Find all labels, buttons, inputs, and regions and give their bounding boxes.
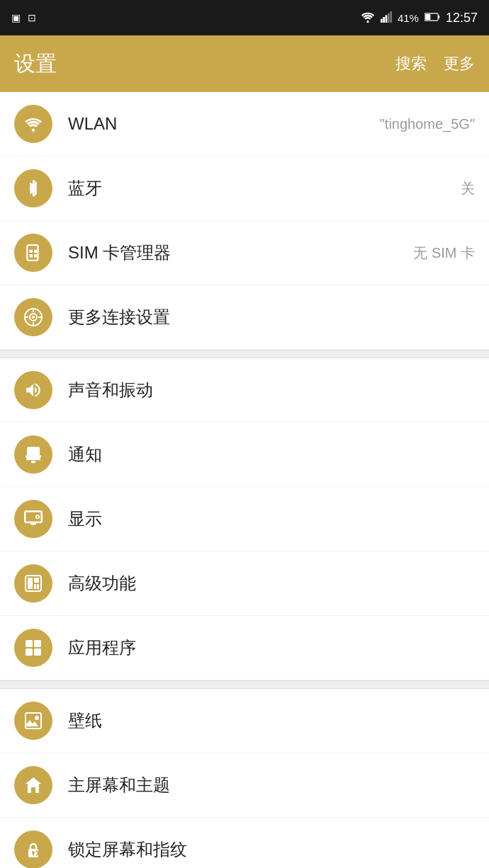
time-display: 12:57: [446, 11, 478, 25]
section-divider-2: [0, 680, 489, 689]
svg-rect-4: [388, 13, 390, 22]
bluetooth-icon: [14, 169, 52, 207]
svg-rect-39: [34, 578, 39, 583]
settings-item-homescreen[interactable]: 主屏幕和主题: [0, 753, 489, 818]
svg-rect-8: [438, 15, 439, 18]
lockscreen-icon: [14, 830, 52, 868]
advanced-label: 高级功能: [68, 572, 136, 595]
more-connections-icon: [14, 298, 52, 336]
svg-rect-43: [34, 640, 41, 647]
settings-item-display[interactable]: 显示: [0, 487, 489, 552]
svg-point-0: [366, 21, 369, 23]
svg-rect-7: [425, 13, 430, 19]
status-left-icons: ▣ ⊡: [11, 12, 36, 23]
svg-rect-2: [383, 17, 385, 23]
wlan-label: WLAN: [68, 114, 117, 134]
svg-rect-5: [390, 11, 392, 23]
svg-rect-19: [34, 254, 37, 257]
settings-item-wallpaper[interactable]: 壁纸: [0, 689, 489, 753]
signal-icon: [381, 11, 392, 25]
svg-point-36: [37, 516, 39, 518]
settings-item-notifications[interactable]: 通知: [0, 423, 489, 487]
settings-item-sound[interactable]: 声音和振动: [0, 358, 489, 423]
svg-rect-17: [34, 250, 37, 253]
svg-rect-1: [381, 18, 383, 22]
app-icon-2: ⊡: [28, 12, 36, 23]
advanced-icon: [14, 564, 52, 603]
apps-label: 应用程序: [68, 636, 136, 659]
app-icon-1: ▣: [11, 12, 21, 23]
svg-rect-45: [34, 649, 41, 656]
svg-rect-52: [33, 852, 34, 855]
wifi-status-icon: [361, 11, 375, 25]
svg-rect-30: [31, 461, 35, 463]
homescreen-label: 主屏幕和主题: [68, 774, 170, 796]
more-button[interactable]: 更多: [444, 53, 475, 74]
svg-rect-27: [27, 447, 40, 457]
display-icon: [14, 500, 52, 538]
battery-icon: [425, 12, 440, 24]
svg-rect-3: [386, 15, 388, 23]
svg-rect-49: [31, 787, 35, 793]
sound-icon: [14, 371, 52, 409]
display-label: 显示: [68, 508, 102, 530]
settings-list: WLAN "tinghome_5G" 蓝牙 关: [0, 92, 489, 868]
svg-rect-18: [30, 254, 33, 257]
sound-label: 声音和振动: [68, 379, 153, 401]
search-button[interactable]: 搜索: [395, 53, 427, 74]
wallpaper-label: 壁纸: [68, 709, 102, 732]
battery-text: 41%: [398, 12, 419, 24]
svg-rect-42: [26, 640, 33, 647]
svg-rect-29: [26, 456, 40, 460]
settings-item-bluetooth[interactable]: 蓝牙 关: [0, 156, 489, 221]
status-bar: ▣ ⊡ 41%: [0, 0, 489, 35]
settings-item-apps[interactable]: 应用程序: [0, 616, 489, 680]
svg-rect-38: [28, 578, 33, 589]
notifications-label: 通知: [68, 443, 102, 466]
lockscreen-label: 锁定屏幕和指纹: [68, 838, 187, 861]
toolbar-actions: 搜索 更多: [395, 53, 475, 74]
settings-item-wlan[interactable]: WLAN "tinghome_5G": [0, 92, 489, 156]
svg-rect-40: [34, 584, 36, 589]
status-right-info: 41% 12:57: [361, 11, 478, 25]
sim-card-icon: [14, 234, 52, 272]
wlan-icon: [14, 105, 52, 143]
bluetooth-value: 关: [461, 179, 475, 198]
toolbar: 设置 搜索 更多: [0, 35, 489, 92]
wallpaper-icon: [14, 702, 52, 740]
svg-rect-16: [30, 250, 33, 253]
notifications-icon: [14, 435, 52, 474]
svg-rect-44: [26, 649, 33, 656]
svg-rect-41: [37, 584, 39, 589]
svg-point-9: [32, 129, 35, 132]
svg-point-48: [35, 716, 39, 720]
svg-point-22: [32, 316, 35, 319]
settings-item-more-connections[interactable]: 更多连接设置: [0, 285, 489, 350]
sim-value: 无 SIM 卡: [413, 244, 475, 263]
wlan-value: "tinghome_5G": [380, 116, 475, 132]
settings-item-advanced[interactable]: 高级功能: [0, 552, 489, 616]
page-title: 设置: [14, 50, 57, 79]
settings-item-sim[interactable]: SIM 卡管理器 无 SIM 卡: [0, 221, 489, 285]
section-divider-1: [0, 350, 489, 358]
apps-icon: [14, 629, 52, 667]
bluetooth-label: 蓝牙: [68, 177, 102, 200]
more-connections-label: 更多连接设置: [68, 306, 170, 329]
homescreen-icon: [14, 766, 52, 804]
sim-label: SIM 卡管理器: [68, 241, 171, 264]
settings-item-lockscreen[interactable]: 锁定屏幕和指纹: [0, 818, 489, 868]
